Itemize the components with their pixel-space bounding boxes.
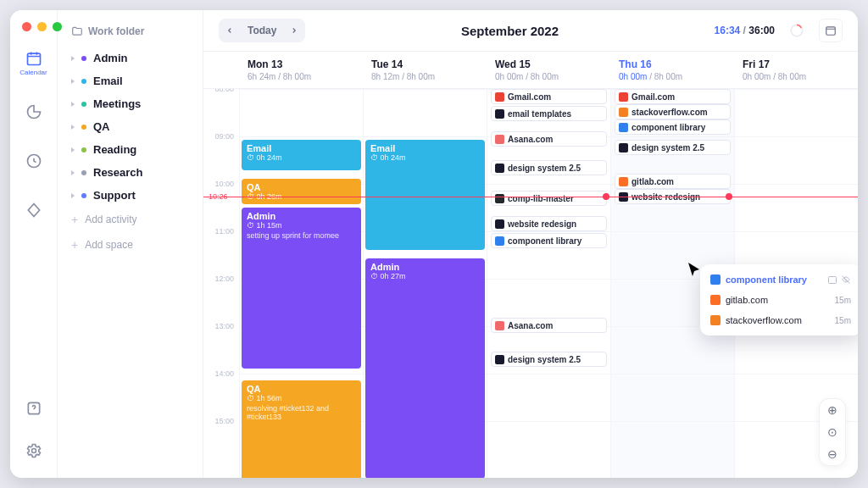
sidebar-item-email[interactable]: Email xyxy=(66,70,194,92)
app-icon xyxy=(495,321,504,330)
time-block[interactable]: Email⏱ 0h 24m xyxy=(242,140,361,170)
day-column-wed[interactable]: Gmail.comemail templatesAsana.comdesign … xyxy=(487,89,610,478)
chip-label: component library xyxy=(632,123,705,132)
day-header[interactable]: Wed 150h 00m / 8h 00m xyxy=(487,52,610,88)
activity-chip[interactable]: design system 2.5 xyxy=(491,352,607,367)
activity-chip[interactable]: comp-lib-master xyxy=(491,191,607,206)
sidebar-item-label: Research xyxy=(93,166,143,179)
timer-icon xyxy=(789,23,804,38)
add-activity-label: Add activity xyxy=(85,214,136,225)
rail-settings[interactable] xyxy=(19,435,49,466)
add-space-label: Add space xyxy=(85,239,133,251)
calendar-icon[interactable] xyxy=(827,274,837,285)
close-window-icon[interactable] xyxy=(22,22,31,31)
rail-help[interactable] xyxy=(19,393,49,424)
sidebar: Work folder Admin Email Meetings QA Read… xyxy=(58,10,203,478)
sidebar-header[interactable]: Work folder xyxy=(66,20,194,46)
date-nav: Today xyxy=(219,19,305,42)
app-icon xyxy=(495,92,504,102)
time-block[interactable]: Email⏱ 0h 24m xyxy=(365,140,485,250)
color-dot-icon xyxy=(81,125,86,130)
day-header[interactable]: Thu 160h 00m / 8h 00m xyxy=(610,52,734,88)
prev-button[interactable] xyxy=(219,19,241,42)
sidebar-item-meetings[interactable]: Meetings xyxy=(66,93,194,114)
day-column-tue[interactable]: Email⏱ 0h 24mAdmin⏱ 0h 27m xyxy=(363,89,487,478)
add-space-button[interactable]: +Add space xyxy=(66,233,194,257)
popup-row[interactable]: stackoverflow.com15m xyxy=(705,310,856,330)
day-headers: Mon 136h 24m / 8h 00m Tue 148h 12m / 8h … xyxy=(203,51,858,89)
time-elapsed: 16:34 xyxy=(715,25,741,36)
color-dot-icon xyxy=(81,170,86,175)
minimize-window-icon[interactable] xyxy=(37,22,47,31)
next-button[interactable] xyxy=(283,19,305,42)
rail-calendar[interactable]: Calendar xyxy=(19,47,49,78)
zoom-out-button[interactable]: ⊖ xyxy=(820,443,845,465)
activity-chip[interactable]: Asana.com xyxy=(491,318,607,333)
activity-chip[interactable]: component library xyxy=(615,119,731,135)
chip-label: Gmail.com xyxy=(632,92,675,102)
activity-chip[interactable]: design system 2.5 xyxy=(615,140,731,155)
sidebar-item-research[interactable]: Research xyxy=(66,162,194,183)
zoom-in-button[interactable]: ⊕ xyxy=(820,399,845,421)
timer-button[interactable] xyxy=(785,19,809,42)
day-column-mon[interactable]: Email⏱ 0h 24mQA⏱ 0h 26mAdmin⏱ 1h 15msett… xyxy=(239,89,363,478)
activity-chip[interactable]: email templates xyxy=(491,106,607,121)
sidebar-item-support[interactable]: Support xyxy=(66,185,194,206)
activity-chip[interactable]: gitlab.com xyxy=(615,174,731,189)
popup-row-duration: 15m xyxy=(835,296,851,305)
sidebar-item-admin[interactable]: Admin xyxy=(66,47,194,69)
activity-popup[interactable]: component library gitlab.com15m stackove… xyxy=(700,264,858,336)
rail-reports[interactable] xyxy=(19,97,49,127)
color-dot-icon xyxy=(81,193,86,198)
app-icon xyxy=(619,143,628,152)
day-header[interactable]: Mon 136h 24m / 8h 00m xyxy=(239,52,363,88)
app-icon xyxy=(495,219,504,229)
chevron-right-icon xyxy=(71,125,75,130)
add-activity-button[interactable]: +Add activity xyxy=(66,208,194,231)
sidebar-item-label: Admin xyxy=(93,52,127,64)
time-block[interactable]: Admin⏱ 1h 15msetting up sprint for momee xyxy=(242,208,361,369)
popup-header[interactable]: component library xyxy=(705,269,856,290)
time-block[interactable]: QA⏱ 1h 56mresolving #ticket132 and #tick… xyxy=(242,380,361,478)
activity-chip[interactable]: Asana.com xyxy=(491,131,607,147)
day-header[interactable]: Fri 170h 00m / 8h 00m xyxy=(734,52,858,88)
activity-chip[interactable]: website redesign xyxy=(491,216,607,231)
chip-label: design system 2.5 xyxy=(508,355,581,364)
time-block[interactable]: Admin⏱ 0h 27m xyxy=(365,258,485,478)
activity-chip[interactable]: stackoverflow.com xyxy=(615,104,731,119)
rail-diamond[interactable] xyxy=(19,195,49,225)
chevron-right-icon xyxy=(71,170,75,175)
chip-label: website redesign xyxy=(508,219,576,229)
popup-row[interactable]: gitlab.com15m xyxy=(705,290,856,310)
activity-chip[interactable]: Gmail.com xyxy=(615,89,731,104)
maximize-window-icon[interactable] xyxy=(53,22,62,31)
zoom-controls: ⊕ ⊙ ⊖ xyxy=(819,398,846,466)
chip-label: design system 2.5 xyxy=(508,164,581,173)
svg-rect-5 xyxy=(826,27,836,35)
activity-chip[interactable]: component library xyxy=(491,233,607,248)
chevron-right-icon xyxy=(71,79,75,84)
sidebar-item-qa[interactable]: QA xyxy=(66,116,194,137)
chevron-right-icon xyxy=(71,102,75,107)
time-sep: / xyxy=(740,25,748,36)
sidebar-item-label: Support xyxy=(93,189,136,202)
rail-time[interactable] xyxy=(19,146,49,176)
topbar: Today September 2022 16:34 / 36:00 xyxy=(203,10,858,51)
time-total: 36:00 xyxy=(748,25,775,36)
chip-label: gitlab.com xyxy=(632,177,674,186)
svg-rect-0 xyxy=(27,53,40,64)
day-header[interactable]: Tue 148h 12m / 8h 00m xyxy=(363,52,487,88)
time-block[interactable]: QA⏱ 0h 26m xyxy=(242,179,361,204)
rail-calendar-label: Calendar xyxy=(19,69,47,76)
popup-row-label: stackoverflow.com xyxy=(726,315,830,325)
app-icon xyxy=(495,355,504,364)
app-icon xyxy=(495,164,504,173)
activity-chip[interactable]: Gmail.com xyxy=(491,89,607,104)
hide-icon[interactable] xyxy=(841,274,851,285)
chip-label: Gmail.com xyxy=(508,92,551,102)
sidebar-item-reading[interactable]: Reading xyxy=(66,139,194,160)
calendar-view-button[interactable] xyxy=(819,19,843,42)
activity-chip[interactable]: design system 2.5 xyxy=(491,160,607,175)
today-button[interactable]: Today xyxy=(241,19,283,42)
zoom-reset-button[interactable]: ⊙ xyxy=(820,421,845,443)
